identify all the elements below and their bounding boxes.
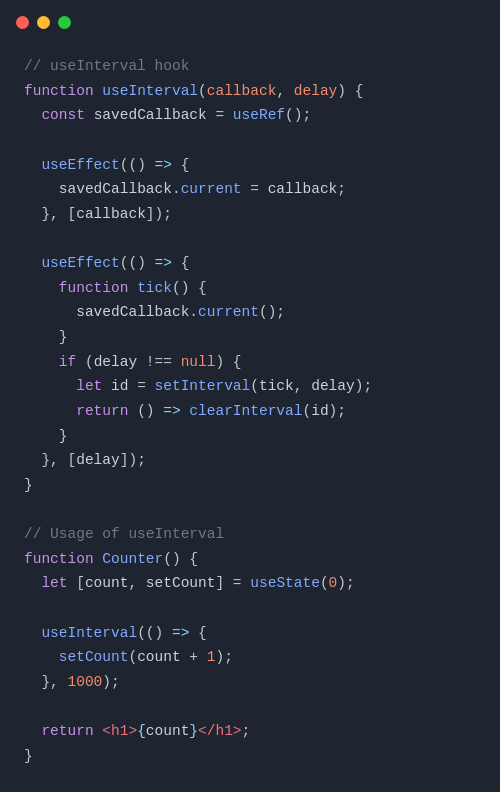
line-saved-callback: savedCallback.current = callback;: [24, 177, 476, 202]
line-empty-3: [24, 498, 476, 523]
line-function-tick: function tick() {: [24, 276, 476, 301]
line-brace-1: }, [callback]);: [24, 202, 476, 227]
line-empty-2: [24, 226, 476, 251]
line-func-def: function useInterval(callback, delay) {: [24, 79, 476, 104]
title-bar: [0, 0, 500, 44]
line-empty-5: [24, 695, 476, 720]
line-return: return <h1>{count}</h1>;: [24, 719, 476, 744]
line-const: const savedCallback = useRef();: [24, 103, 476, 128]
line-comment-2: // Usage of useInterval: [24, 522, 476, 547]
line-effect-close: }, [delay]);: [24, 448, 476, 473]
line-if-close: }: [24, 424, 476, 449]
line-let-id: let id = setInterval(tick, delay);: [24, 374, 476, 399]
line-return-clear: return () => clearInterval(id);: [24, 399, 476, 424]
close-dot[interactable]: [16, 16, 29, 29]
minimize-dot[interactable]: [37, 16, 50, 29]
line-empty-1: [24, 128, 476, 153]
line-func-close: }: [24, 473, 476, 498]
code-editor: // useInterval hook function useInterval…: [0, 44, 500, 792]
line-useinterval-close: }, 1000);: [24, 670, 476, 695]
line-setcount: setCount(count + 1);: [24, 645, 476, 670]
line-tick-body: savedCallback.current();: [24, 300, 476, 325]
window: // useInterval hook function useInterval…: [0, 0, 500, 792]
line-comment-1: // useInterval hook: [24, 54, 476, 79]
line-counter-func: function Counter() {: [24, 547, 476, 572]
line-useeffect-1: useEffect(() => {: [24, 153, 476, 178]
line-empty-4: [24, 596, 476, 621]
maximize-dot[interactable]: [58, 16, 71, 29]
line-counter-close: }: [24, 744, 476, 769]
line-useinterval: useInterval(() => {: [24, 621, 476, 646]
line-tick-close: }: [24, 325, 476, 350]
line-useeffect-2: useEffect(() => {: [24, 251, 476, 276]
line-usestate: let [count, setCount] = useState(0);: [24, 571, 476, 596]
line-if-delay: if (delay !== null) {: [24, 350, 476, 375]
